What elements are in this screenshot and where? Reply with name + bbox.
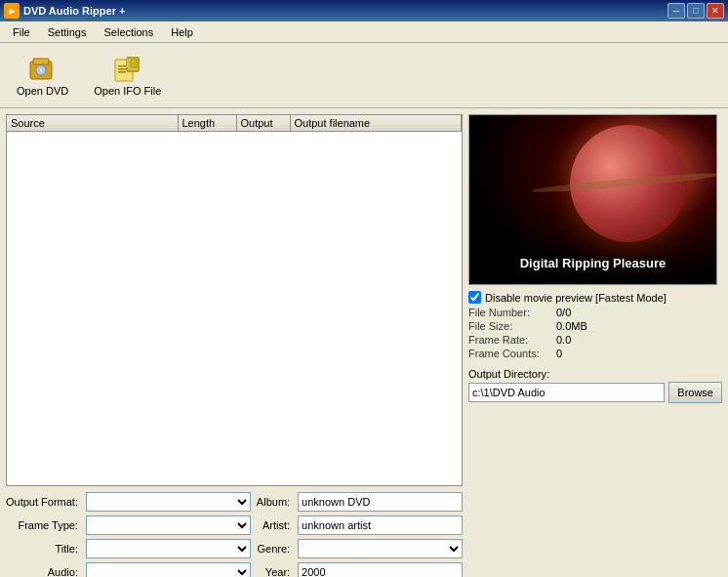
- output-section: Output Directory: Browse: [468, 368, 722, 403]
- title-bar-buttons: ─ □ ✕: [667, 3, 724, 19]
- menu-help[interactable]: Help: [162, 23, 202, 41]
- output-format-select[interactable]: [86, 492, 251, 512]
- file-table: Source Length Output Output filename: [6, 114, 463, 486]
- info-section: Disable movie preview [Fastest Mode] Fil…: [468, 289, 722, 360]
- file-size-label: File Size:: [468, 320, 556, 332]
- audio-label: Audio:: [6, 566, 80, 577]
- file-number-value: 0/0: [556, 307, 722, 318]
- left-panel: Source Length Output Output filename Out…: [6, 114, 463, 577]
- artist-input[interactable]: [298, 515, 463, 535]
- genre-select[interactable]: [298, 539, 463, 558]
- frame-counts-label: Frame Counts:: [468, 348, 556, 359]
- toolbar: Open DVD Open IFO File: [0, 43, 728, 108]
- svg-rect-8: [118, 71, 126, 73]
- svg-point-3: [39, 68, 43, 72]
- disable-preview-row: Disable movie preview [Fastest Mode]: [468, 289, 722, 306]
- title-bar-left: ▶ DVD Audio Ripper +: [4, 3, 125, 19]
- window-title: DVD Audio Ripper +: [23, 5, 125, 17]
- app-icon: ▶: [4, 3, 20, 19]
- svg-rect-6: [118, 65, 126, 67]
- album-label: Album:: [257, 496, 292, 508]
- table-header: Source Length Output Output filename: [7, 115, 462, 132]
- frame-type-select[interactable]: [86, 515, 251, 535]
- disable-preview-checkbox[interactable]: [468, 291, 481, 304]
- audio-select[interactable]: [86, 562, 251, 577]
- table-body: [7, 132, 462, 308]
- form-fields: Output Format: Album: Frame Type: Artist…: [6, 492, 463, 577]
- title-bar: ▶ DVD Audio Ripper + ─ □ ✕: [0, 0, 728, 21]
- right-panel: Digital Ripping Pleasure Disable movie p…: [468, 114, 722, 577]
- col-output: Output: [237, 115, 291, 131]
- frame-counts-value: 0: [556, 348, 722, 359]
- browse-button[interactable]: Browse: [668, 382, 722, 403]
- frame-rate-row: Frame Rate: 0.0: [468, 333, 722, 347]
- menu-settings[interactable]: Settings: [39, 23, 96, 41]
- output-path-input[interactable]: [468, 383, 665, 402]
- title-select[interactable]: [86, 539, 251, 558]
- file-number-row: File Number: 0/0: [468, 306, 722, 319]
- artist-label: Artist:: [257, 519, 292, 531]
- svg-rect-7: [118, 68, 128, 70]
- year-label: Year:: [257, 566, 292, 577]
- preview-box: Digital Ripping Pleasure: [468, 114, 717, 285]
- maximize-button[interactable]: □: [687, 3, 705, 19]
- main-content: Source Length Output Output filename Out…: [0, 108, 728, 577]
- svg-rect-1: [33, 59, 49, 64]
- menu-selections[interactable]: Selections: [95, 23, 162, 41]
- output-dir-label: Output Directory:: [468, 368, 722, 380]
- year-input[interactable]: [298, 562, 463, 577]
- file-number-label: File Number:: [468, 307, 556, 318]
- file-size-value: 0.0MB: [556, 320, 722, 332]
- frame-counts-row: Frame Counts: 0: [468, 347, 722, 360]
- frame-rate-value: 0.0: [556, 334, 722, 346]
- open-dvd-button[interactable]: Open DVD: [8, 49, 77, 102]
- col-filename: Output filename: [291, 115, 463, 131]
- preview-planet: Digital Ripping Pleasure: [469, 115, 716, 284]
- open-ifo-button[interactable]: Open IFO File: [85, 49, 170, 102]
- frame-rate-label: Frame Rate:: [468, 334, 556, 346]
- open-dvd-label: Open DVD: [17, 85, 68, 97]
- output-row: Browse: [468, 382, 722, 403]
- close-button[interactable]: ✕: [707, 3, 724, 19]
- menu-file[interactable]: File: [4, 23, 39, 41]
- title-label: Title:: [6, 543, 80, 555]
- minimize-button[interactable]: ─: [667, 3, 685, 19]
- col-source: Source: [7, 115, 179, 131]
- open-ifo-label: Open IFO File: [94, 85, 161, 97]
- output-format-label: Output Format:: [6, 496, 80, 508]
- open-ifo-icon: [112, 54, 143, 85]
- preview-label: Digital Ripping Pleasure: [469, 256, 716, 270]
- open-dvd-icon: [27, 54, 59, 85]
- menu-bar: File Settings Selections Help: [0, 21, 728, 43]
- svg-rect-9: [131, 60, 137, 67]
- disable-preview-label: Disable movie preview [Fastest Mode]: [485, 292, 667, 304]
- genre-label: Genre:: [257, 543, 292, 555]
- frame-type-label: Frame Type:: [6, 519, 80, 531]
- file-size-row: File Size: 0.0MB: [468, 319, 722, 333]
- col-length: Length: [179, 115, 237, 131]
- album-input[interactable]: [298, 492, 463, 512]
